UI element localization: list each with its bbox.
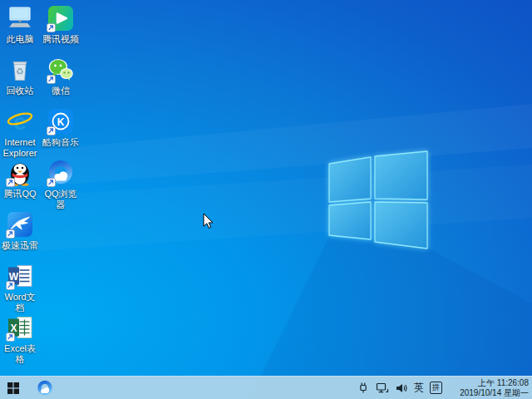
- word-icon: W: [7, 263, 33, 289]
- desktop-icon-thunder[interactable]: 极速迅雷: [0, 211, 40, 251]
- icon-label: Word文档: [0, 292, 40, 313]
- shortcut-arrow-icon: [6, 229, 15, 239]
- kugou-music-icon: K: [47, 108, 74, 135]
- network-icon[interactable]: [376, 382, 389, 395]
- svg-text:♻: ♻: [16, 66, 24, 76]
- desktop-icon-word[interactable]: W Word文档: [0, 263, 40, 313]
- desktop-icon-this-pc[interactable]: 此电脑: [0, 5, 40, 45]
- desktop-icon-kugou-music[interactable]: K 酷狗音乐: [41, 108, 81, 148]
- start-button[interactable]: [0, 377, 27, 399]
- shortcut-arrow-icon: [6, 332, 15, 342]
- desktop-icon-qq-browser[interactable]: QQ浏览器: [41, 160, 81, 210]
- desktop-icon-internet-explorer[interactable]: e Internet Explorer: [0, 108, 40, 159]
- icon-label: 回收站: [7, 86, 34, 96]
- qq-browser-icon: [37, 380, 53, 397]
- icon-label: 酷狗音乐: [42, 137, 79, 148]
- mouse-cursor: [203, 213, 214, 229]
- icon-label: Excel表格: [0, 343, 40, 365]
- shortcut-arrow-icon: [47, 23, 56, 32]
- icon-label: 极速迅雷: [2, 240, 38, 251]
- tencent-video-icon: [47, 5, 74, 32]
- desktop-icon-recycle-bin[interactable]: ♻ 回收站: [0, 57, 40, 96]
- internet-explorer-icon: e: [7, 108, 33, 135]
- shortcut-arrow-icon: [6, 178, 15, 187]
- clock-time: 上午 11:26:08: [452, 378, 529, 388]
- taskbar-clock[interactable]: 上午 11:26:08 2019/10/14 星期一: [452, 378, 529, 398]
- icon-label: 腾讯QQ: [3, 189, 36, 200]
- taskbar: 英 拼 上午 11:26:08 2019/10/14 星期一: [0, 376, 532, 399]
- recycle-bin-icon: ♻: [7, 57, 33, 83]
- desktop-icon-tencent-qq[interactable]: 腾讯QQ: [0, 160, 40, 200]
- usb-icon[interactable]: [357, 382, 370, 395]
- shortcut-arrow-icon: [47, 126, 56, 135]
- excel-icon: X: [7, 314, 33, 341]
- volume-icon[interactable]: [395, 382, 408, 395]
- this-pc-icon: [7, 5, 33, 32]
- tencent-qq-icon: [7, 160, 33, 186]
- icon-label: 腾讯视频: [42, 34, 79, 45]
- shortcut-arrow-icon: [6, 281, 15, 290]
- thunder-icon: [7, 211, 33, 238]
- icon-label: Internet Explorer: [0, 137, 40, 159]
- qq-browser-icon: [47, 160, 74, 186]
- desktop-icon-tencent-video[interactable]: 腾讯视频: [41, 5, 81, 45]
- windows-logo-icon: [7, 382, 19, 394]
- icon-label: 微信: [52, 86, 70, 96]
- language-indicator[interactable]: 英: [414, 381, 424, 395]
- shortcut-arrow-icon: [47, 178, 56, 187]
- icon-label: QQ浏览器: [41, 189, 81, 210]
- desktop-icon-wechat[interactable]: 微信: [41, 57, 81, 96]
- taskbar-qq-browser-button[interactable]: [32, 377, 58, 399]
- clock-date: 2019/10/14 星期一: [452, 388, 529, 398]
- system-tray: 英 拼 上午 11:26:08 2019/10/14 星期一: [357, 378, 532, 398]
- svg-text:K: K: [57, 116, 65, 128]
- wechat-icon: [47, 57, 74, 83]
- ime-mode-icon[interactable]: 拼: [430, 382, 442, 394]
- icon-label: 此电脑: [7, 34, 34, 45]
- shortcut-arrow-icon: [47, 75, 56, 84]
- desktop-icon-excel[interactable]: X Excel表格: [0, 314, 40, 365]
